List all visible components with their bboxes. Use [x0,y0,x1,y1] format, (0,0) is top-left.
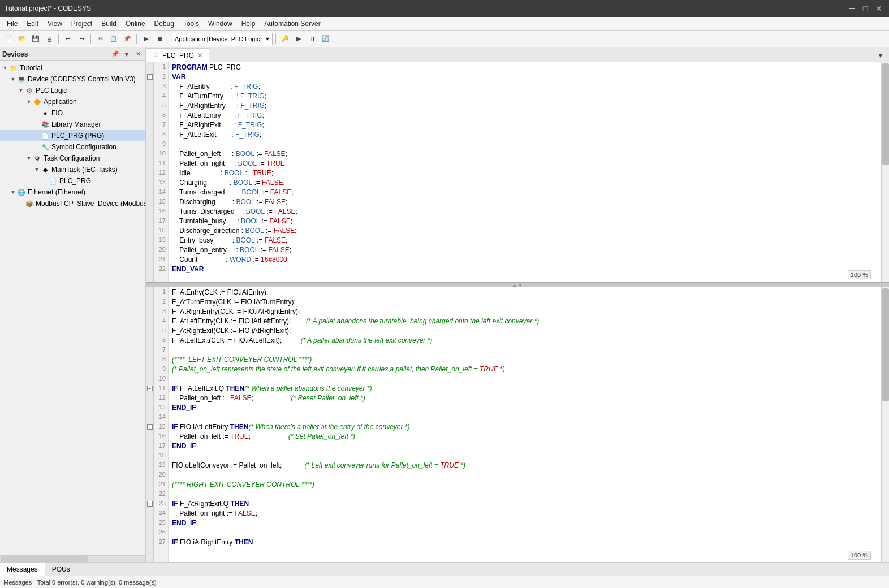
new-button[interactable]: 📄 [2,33,15,45]
tree-item-11[interactable]: ▼🌐Ethernet (Ethernet) [0,187,145,198]
tree-arrow-0[interactable]: ▼ [1,65,9,71]
redo-button[interactable]: ↪ [75,33,88,45]
tree-item-8[interactable]: ▼⚙Task Configuration [0,153,145,164]
upper-codeline-18[interactable]: Entry_busy : BOOL := FALSE; [169,235,881,245]
lower-code-content[interactable]: F_AtEntry(CLK := FIO.iAtEntry);F_AtTurnE… [169,287,881,562]
menu-item-file[interactable]: File [2,19,22,29]
copy-button[interactable]: 📋 [107,33,120,45]
lower-vertical-scrollbar[interactable] [881,287,889,562]
cut-button[interactable]: ✂ [94,33,106,45]
lower-codeline-25[interactable] [169,528,881,537]
upper-codeline-15[interactable]: Turns_Discharged : BOOL := FALSE; [169,206,881,216]
menu-item-debug[interactable]: Debug [150,19,179,29]
fold-button-1[interactable]: − [147,74,153,80]
upper-codeline-9[interactable]: Pallet_on_left : BOOL := FALSE; [169,149,881,158]
undo-button[interactable]: ↩ [62,33,74,45]
upper-codeline-21[interactable]: END_VAR [169,264,881,274]
lower-codeline-24[interactable]: END_IF; [169,518,881,528]
panel-menu-icon[interactable]: ▼ [122,49,132,59]
lower-codeline-21[interactable] [169,489,881,499]
lower-codeline-9[interactable] [169,374,881,383]
tree-item-5[interactable]: 📚Library Manager [0,119,145,130]
tree-item-1[interactable]: ▼💻Device (CODESYS Control Win V3) [0,74,145,85]
lower-codeline-20[interactable]: (**** RIGHT EXIT CONVEYER CONTROL ****) [169,479,881,489]
lower-codeline-7[interactable]: (**** LEFT EXIT CONVEYER CONTROL ****) [169,354,881,364]
tab-plc-prg[interactable]: 📄 PLC_PRG ✕ [146,48,209,62]
application-dropdown[interactable]: Application [Device: PLC Logic] ▼ [172,33,273,45]
upper-codeline-10[interactable]: Pallet_on_right : BOOL := TRUE; [169,158,881,168]
lower-codeline-1[interactable]: F_AtTurnEntry(CLK := FIO.iAtTurnEntry); [169,297,881,306]
horizontal-scrollbar[interactable] [0,555,145,562]
tree-item-0[interactable]: ▼📁Tutorial [0,62,145,74]
menu-item-window[interactable]: Window [204,19,237,29]
tree-arrow-1[interactable]: ▼ [9,76,17,82]
close-button[interactable]: ✕ [873,3,884,14]
upper-code-content[interactable]: PROGRAM PLC_PRGVAR F_AtEntry : F_TRIG; F… [169,62,881,282]
upper-codeline-19[interactable]: Pallet_on_entry : BOOL := FALSE; [169,245,881,254]
lower-codeline-3[interactable]: F_AtLeftEntry(CLK := FIO.iAtLeftEntry); … [169,316,881,326]
upper-codeline-7[interactable]: F_AtLeftExit : F_TRIG; [169,129,881,139]
lower-fold-button-22[interactable]: − [147,501,153,507]
menu-item-edit[interactable]: Edit [22,19,43,29]
login-button[interactable]: 🔑 [279,33,291,45]
tree-arrow-3[interactable]: ▼ [25,99,33,105]
upper-scrollbar-thumb[interactable] [882,63,889,165]
tree-item-12[interactable]: 📦ModbusTCP_Slave_Device (ModbusTCP [0,198,145,209]
lower-fold-button-14[interactable]: − [147,424,153,430]
lower-codeline-6[interactable] [169,345,881,354]
lower-codeline-13[interactable] [169,412,881,422]
lower-codeline-8[interactable]: (* Pallet_on_left represents the state o… [169,364,881,374]
maximize-button[interactable]: □ [860,3,871,14]
upper-codeline-2[interactable]: F_AtEntry : F_TRIG; [169,81,881,91]
menu-item-tools[interactable]: Tools [179,19,204,29]
upper-codeline-4[interactable]: F_AtRightEntry : F_TRIG; [169,101,881,110]
lower-codeline-11[interactable]: Pallet_on_left := FALSE; (* Reset Pallet… [169,393,881,403]
lower-codeline-17[interactable] [169,451,881,460]
bottom-tab-messages[interactable]: Messages [0,563,45,576]
reset-button[interactable]: 🔄 [320,33,332,45]
minimize-button[interactable]: ─ [846,3,857,14]
upper-codeline-0[interactable]: PROGRAM PLC_PRG [169,62,881,72]
panel-splitter[interactable] [146,283,889,287]
tree-arrow-9[interactable]: ▼ [33,167,41,172]
upper-codeline-16[interactable]: Turntable_busy : BOOL := FALSE; [169,216,881,226]
lower-codeline-23[interactable]: Pallet_on_right := FALSE; [169,508,881,518]
lower-codeline-4[interactable]: F_AtRightExit(CLK := FIO.iAtRightExit); [169,326,881,335]
panel-close-icon[interactable]: ✕ [133,49,143,59]
menu-item-project[interactable]: Project [67,19,97,29]
lower-codeline-10[interactable]: IF F_AtLeftExit.Q THEN (* When a pallet … [169,383,881,393]
tree-item-4[interactable]: ●FIO [0,107,145,119]
tree-arrow-2[interactable]: ▼ [17,88,25,93]
tree-item-3[interactable]: ▼🔶Application [0,96,145,107]
tree-item-10[interactable]: 📄PLC_PRG [0,175,145,187]
menu-item-help[interactable]: Help [237,19,260,29]
lower-codeline-15[interactable]: Pallet_on_left := TRUE; (* Set Pallet_on… [169,431,881,441]
upper-codeline-17[interactable]: Discharge_direction : BOOL := FALSE; [169,226,881,235]
menu-item-automation server[interactable]: Automation Server [260,19,325,29]
run-button[interactable]: ▶ [292,33,305,45]
upper-codeline-20[interactable]: Count : WORD := 16#8000; [169,254,881,264]
upper-vertical-scrollbar[interactable] [881,62,889,282]
lower-codeline-16[interactable]: END_IF; [169,441,881,451]
open-button[interactable]: 📂 [16,33,28,45]
lower-codeline-14[interactable]: IF FIO.iAtLeftEntry THEN (* When there's… [169,422,881,431]
upper-codeline-11[interactable]: Idle : BOOL := TRUE; [169,168,881,178]
tree-item-6[interactable]: 📄PLC_PRG (PRG) [0,130,145,141]
lower-scrollbar-thumb[interactable] [882,288,889,401]
lower-codeline-19[interactable] [169,470,881,479]
upper-codeline-3[interactable]: F_AtTurnEntry : F_TRIG; [169,91,881,101]
print-button[interactable]: 🖨 [43,33,55,45]
save-button[interactable]: 💾 [29,33,42,45]
lower-codeline-5[interactable]: F_AtLeftExit(CLK := FIO.iAtLeftExit); (*… [169,335,881,345]
lower-codeline-26[interactable]: IF FIO.iAtRightEntry THEN [169,537,881,547]
upper-codeline-6[interactable]: F_AtRightExit : F_TRIG; [169,120,881,129]
lower-codeline-2[interactable]: F_AtRightEntry(CLK := FIO.iAtRightEntry)… [169,306,881,316]
tab-dropdown-button[interactable]: ▼ [874,49,887,62]
bottom-tab-pous[interactable]: POUs [45,563,77,576]
upper-codeline-1[interactable]: VAR [169,72,881,81]
menu-item-online[interactable]: Online [121,19,150,29]
upper-codeline-8[interactable] [169,139,881,149]
lower-codeline-0[interactable]: F_AtEntry(CLK := FIO.iAtEntry); [169,287,881,297]
menu-item-view[interactable]: View [43,19,67,29]
upper-codeline-13[interactable]: Turns_charged : BOOL := FALSE; [169,187,881,197]
